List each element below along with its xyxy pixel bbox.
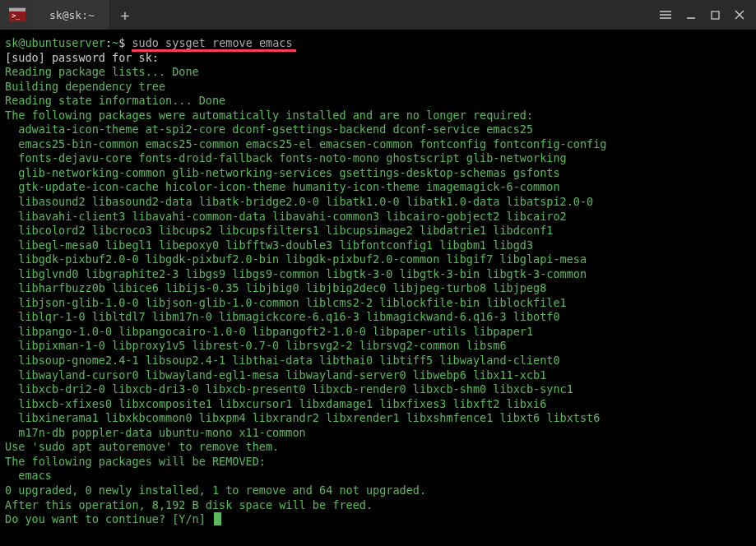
svg-rect-1 xyxy=(9,8,26,12)
output-line: After this operation, 8,192 B disk space… xyxy=(5,498,751,513)
minimize-button[interactable] xyxy=(686,10,696,20)
svg-rect-7 xyxy=(712,12,719,19)
package-line: libegl-mesa0 libegl1 libepoxy0 libfftw3-… xyxy=(5,238,751,253)
output-line: Reading package lists... Done xyxy=(5,65,751,80)
tab-terminal[interactable]: sk@sk:~ xyxy=(35,0,110,30)
prompt-path: ~ xyxy=(112,36,118,49)
command-text: sudo sysget remove emacs xyxy=(132,36,292,49)
output-line: The following packages were automaticall… xyxy=(5,109,751,123)
plus-icon: + xyxy=(120,7,129,24)
package-line: libglvnd0 libgraphite2-3 libgs9 libgs9-c… xyxy=(5,267,751,282)
output-line: 0 upgraded, 0 newly installed, 1 to remo… xyxy=(5,484,751,498)
prompt-sep: : xyxy=(105,36,112,49)
package-line: liblqr-1-0 libltdl7 libm17n-0 libmagickc… xyxy=(5,310,751,325)
package-line: libjson-glib-1.0-0 libjson-glib-1.0-comm… xyxy=(5,296,751,311)
titlebar-right xyxy=(660,10,756,20)
prompt-user-host: sk@ubuntuserver xyxy=(5,36,105,49)
package-line: libasound2 libasound2-data libatk-bridge… xyxy=(5,195,751,210)
package-line: emacs xyxy=(5,469,751,484)
package-line: libxcb-xfixes0 libxcomposite1 libxcursor… xyxy=(5,397,751,412)
titlebar: >_ sk@sk:~ + xyxy=(0,0,756,30)
close-button[interactable] xyxy=(735,10,744,20)
menu-icon[interactable] xyxy=(660,11,671,19)
output-line: The following packages will be REMOVED: xyxy=(5,455,751,470)
package-line: libharfbuzz0b libice6 libijs-0.35 libjbi… xyxy=(5,281,751,296)
package-line: libxcb-dri2-0 libxcb-dri3-0 libxcb-prese… xyxy=(5,382,751,397)
package-line: libsoup-gnome2.4-1 libsoup2.4-1 libthai-… xyxy=(5,354,751,368)
output-line: Use 'sudo apt autoremove' to remove them… xyxy=(5,440,751,455)
package-line: libwayland-cursor0 libwayland-egl1-mesa … xyxy=(5,368,751,383)
package-line: libxinerama1 libxkbcommon0 libxpm4 libxr… xyxy=(5,411,751,426)
package-line: m17n-db poppler-data ubuntu-mono x11-com… xyxy=(5,426,751,441)
package-line: libgdk-pixbuf2.0-0 libgdk-pixbuf2.0-bin … xyxy=(5,252,751,267)
package-line: adwaita-icon-theme at-spi2-core dconf-gs… xyxy=(5,123,751,137)
new-tab-button[interactable]: + xyxy=(110,0,140,30)
output-line: Building dependency tree xyxy=(5,80,751,95)
svg-text:>_: >_ xyxy=(12,12,21,20)
output-line: Reading state information... Done xyxy=(5,94,751,109)
tab-title: sk@sk:~ xyxy=(49,9,95,21)
titlebar-left: >_ sk@sk:~ + xyxy=(0,0,140,30)
continue-prompt: Do you want to continue? [Y/n] xyxy=(5,512,751,527)
package-line: libpixman-1-0 libproxy1v5 librest-0.7-0 … xyxy=(5,339,751,354)
highlight-underline xyxy=(132,49,295,52)
package-line: libcolord2 libcroco3 libcups2 libcupsfil… xyxy=(5,224,751,238)
cursor xyxy=(214,512,221,525)
prompt-line: sk@ubuntuserver:~$ sudo sysget remove em… xyxy=(5,36,751,51)
terminal-app-icon[interactable]: >_ xyxy=(0,0,35,30)
package-line: glib-networking-common glib-networking-s… xyxy=(5,166,751,181)
package-line: libpango-1.0-0 libpangocairo-1.0-0 libpa… xyxy=(5,325,751,340)
terminal-body[interactable]: sk@ubuntuserver:~$ sudo sysget remove em… xyxy=(0,30,756,546)
sudo-password-line: [sudo] password for sk: xyxy=(5,51,751,66)
package-line: gtk-update-icon-cache hicolor-icon-theme… xyxy=(5,180,751,195)
package-line: emacs25-bin-common emacs25-common emacs2… xyxy=(5,137,751,152)
maximize-button[interactable] xyxy=(711,11,720,20)
package-line: fonts-dejavu-core fonts-droid-fallback f… xyxy=(5,151,751,166)
package-line: libavahi-client3 libavahi-common-data li… xyxy=(5,210,751,224)
